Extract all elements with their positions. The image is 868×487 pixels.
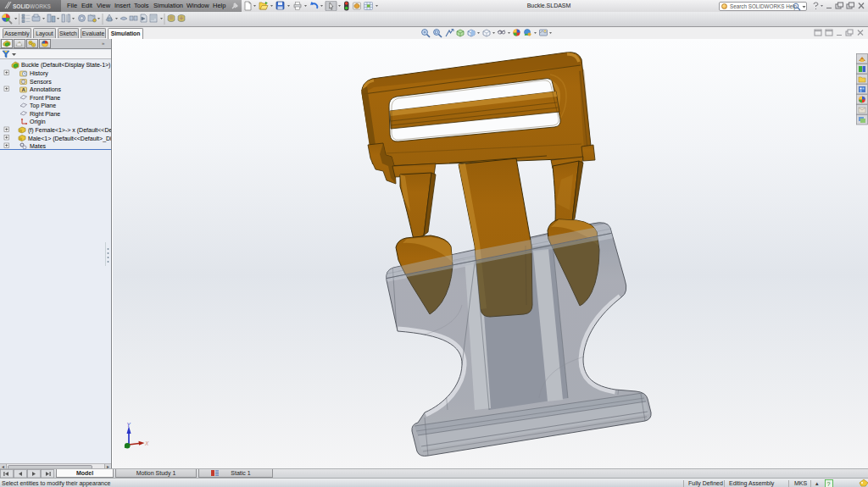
svg-text:Right Plane: Right Plane — [30, 111, 60, 118]
svg-text:Buckle (Default<Display State: Buckle (Default<Display State-1>) — [21, 62, 110, 69]
svg-text:History: History — [30, 70, 48, 77]
svg-text:A: A — [22, 87, 26, 92]
svg-text:Male<1> (Default<<Default>_Di: Male<1> (Default<<Default>_Disp — [28, 136, 111, 142]
svg-text:Origin: Origin — [30, 119, 46, 125]
svg-text:Front Plane: Front Plane — [30, 95, 60, 101]
svg-text:?: ? — [827, 480, 831, 486]
svg-text:Sensors: Sensors — [30, 79, 52, 85]
svg-text:Top Plane: Top Plane — [30, 102, 56, 109]
svg-text:Mates: Mates — [30, 143, 47, 149]
svg-text:(f) Female<1>-> x (Default<<De: (f) Female<1>-> x (Default<<Defau — [28, 127, 111, 134]
svg-text:Annotations: Annotations — [30, 86, 61, 92]
